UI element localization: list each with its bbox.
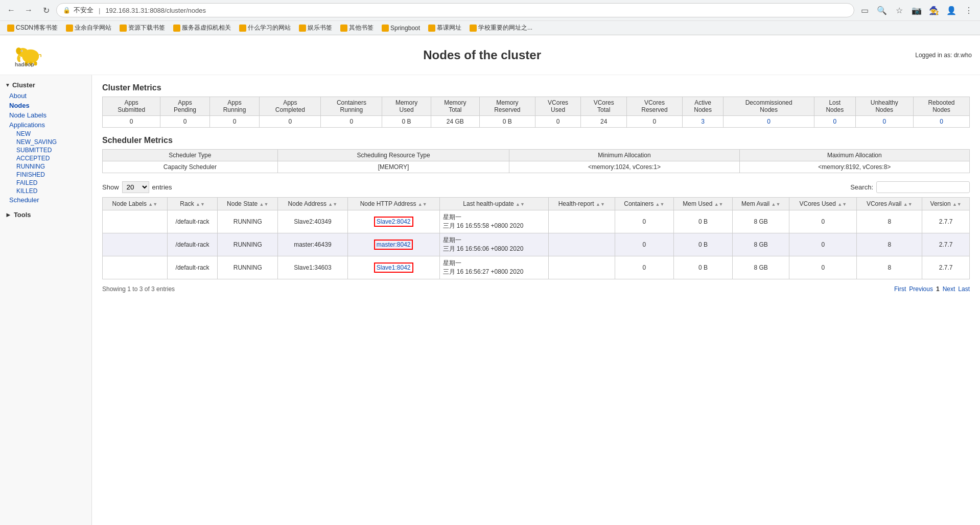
sidebar-cluster-label: Cluster	[12, 81, 35, 89]
cell-address: master:46439	[278, 233, 348, 256]
val-lost-nodes[interactable]: 0	[814, 116, 855, 128]
pagination-last[interactable]: Last	[958, 285, 970, 293]
extension-button[interactable]: 🧙	[927, 3, 941, 17]
zoom-button[interactable]: 🔍	[875, 3, 889, 17]
cast-button[interactable]: ▭	[857, 3, 872, 17]
th-node-labels[interactable]: Node Labels ▲▼	[103, 198, 168, 210]
logged-in-info: Logged in as: dr.who	[915, 52, 972, 59]
sort-icon-node-labels: ▲▼	[148, 202, 157, 207]
sidebar-item-finished[interactable]: FINISHED	[14, 171, 91, 179]
cell-address: Slave2:40349	[278, 210, 348, 233]
screenshot-button[interactable]: 📷	[909, 3, 924, 17]
th-vcores-used[interactable]: VCores Used ▲▼	[789, 198, 857, 210]
page-title: Nodes of the cluster	[423, 48, 541, 62]
http-address-link[interactable]: master:8042	[374, 240, 413, 250]
bookmark-springboot[interactable]: Springboot	[379, 23, 423, 33]
sidebar-item-killed[interactable]: KILLED	[14, 187, 91, 195]
th-mem-avail[interactable]: Mem Avail ▲▼	[732, 198, 789, 210]
val-unhealthy-nodes[interactable]: 0	[855, 116, 913, 128]
bookmark-study[interactable]: 业余自学网站	[63, 22, 114, 33]
sidebar-item-applications[interactable]: Applications	[0, 120, 91, 130]
bookmark-csdn[interactable]: CSDN博客书签	[4, 22, 61, 33]
bookmark-resources[interactable]: 资源下载书签	[116, 22, 168, 33]
cell-state: RUNNING	[218, 233, 278, 256]
bookmark-server[interactable]: 服务器虚拟机相关	[170, 22, 234, 33]
http-address-link[interactable]: Slave2:8042	[374, 217, 413, 227]
th-node-address[interactable]: Node Address ▲▼	[278, 198, 348, 210]
logo-area: hadoop	[8, 37, 49, 73]
cell-health-report	[548, 210, 615, 233]
th-node-state[interactable]: Node State ▲▼	[218, 198, 278, 210]
sidebar-item-about[interactable]: About	[0, 91, 91, 101]
val-rebooted-nodes[interactable]: 0	[913, 116, 969, 128]
cell-http-address[interactable]: Slave2:8042	[347, 210, 439, 233]
bookmark-button[interactable]: ☆	[892, 3, 906, 17]
pagination-next[interactable]: Next	[943, 285, 955, 293]
col-memory-reserved: MemoryReserved	[479, 97, 535, 116]
bookmark-other[interactable]: 其他书签	[337, 22, 377, 33]
forward-button[interactable]: →	[21, 3, 36, 17]
main-content: Cluster Metrics AppsSubmitted AppsPendin…	[92, 75, 980, 525]
url-text: 192.168.31.31:8088/cluster/nodes	[105, 7, 848, 14]
val-apps-pending: 0	[160, 116, 209, 128]
table-row: /default-rack RUNNING master:46439 maste…	[103, 233, 970, 256]
th-rack[interactable]: Rack ▲▼	[167, 198, 218, 210]
bookmark-entertainment[interactable]: 娱乐书签	[296, 22, 335, 33]
http-address-link[interactable]: Slave1:8042	[374, 262, 413, 273]
val-scheduler-type: Capacity Scheduler	[103, 161, 278, 173]
profile-button[interactable]: 👤	[944, 3, 959, 17]
entries-select[interactable]: 20 10 50 100	[122, 181, 149, 193]
address-bar[interactable]: 🔒 不安全 | 192.168.31.31:8088/cluster/nodes	[56, 3, 854, 17]
sidebar-item-submitted[interactable]: SUBMITTED	[14, 146, 91, 154]
th-vcores-avail[interactable]: VCores Avail ▲▼	[857, 198, 922, 210]
th-health-report[interactable]: Health-report ▲▼	[548, 198, 615, 210]
nodes-table: Node Labels ▲▼ Rack ▲▼ Node State ▲▼ Nod…	[102, 197, 970, 279]
sidebar-item-failed[interactable]: FAILED	[14, 179, 91, 187]
bookmark-icon-5	[239, 25, 246, 32]
col-apps-completed: AppsCompleted	[260, 97, 321, 116]
th-node-http-address[interactable]: Node HTTP Address ▲▼	[347, 198, 439, 210]
show-label: Show	[102, 183, 119, 191]
th-mem-used[interactable]: Mem Used ▲▼	[673, 198, 732, 210]
back-button[interactable]: ←	[4, 3, 18, 17]
sort-icon-vcores-avail: ▲▼	[903, 202, 913, 207]
sidebar-item-node-labels[interactable]: Node Labels	[0, 110, 91, 120]
cell-version: 2.7.7	[922, 256, 970, 279]
col-active-nodes: ActiveNodes	[682, 97, 724, 116]
search-input[interactable]	[876, 181, 970, 193]
lock-icon: 🔒	[63, 7, 71, 14]
bookmark-mooc[interactable]: 慕课网址	[425, 22, 464, 33]
val-decommissioned-nodes[interactable]: 0	[724, 116, 814, 128]
sidebar-cluster-header[interactable]: ▼ Cluster	[0, 79, 91, 91]
sidebar-item-running[interactable]: RUNNING	[14, 162, 91, 171]
col-lost-nodes: LostNodes	[814, 97, 855, 116]
col-vcores-total: VCoresTotal	[581, 97, 627, 116]
th-version[interactable]: Version ▲▼	[922, 198, 970, 210]
pagination-first[interactable]: First	[894, 285, 906, 293]
sidebar-tools: ► Tools	[0, 209, 91, 221]
refresh-button[interactable]: ↻	[39, 3, 53, 17]
bookmark-learn[interactable]: 什么学习的网站	[236, 22, 294, 33]
search-box: Search:	[850, 181, 970, 193]
sidebar-tools-header[interactable]: ► Tools	[0, 209, 91, 221]
sidebar-item-new[interactable]: NEW	[14, 130, 91, 138]
bookmark-school[interactable]: 学校重要的网址之...	[466, 22, 535, 33]
col-minimum-allocation: Minimum Allocation	[509, 150, 739, 161]
val-active-nodes[interactable]: 3	[682, 116, 724, 128]
sidebar-item-accepted[interactable]: ACCEPTED	[14, 154, 91, 162]
cell-version: 2.7.7	[922, 233, 970, 256]
val-memory-reserved: 0 B	[479, 116, 535, 128]
col-apps-pending: AppsPending	[160, 97, 209, 116]
sidebar-item-nodes[interactable]: Nodes	[0, 101, 91, 110]
sort-icon-vcores-used: ▲▼	[837, 202, 847, 207]
th-containers[interactable]: Containers ▲▼	[615, 198, 673, 210]
pagination-previous[interactable]: Previous	[909, 285, 933, 293]
sidebar-item-new-saving[interactable]: NEW_SAVING	[14, 138, 91, 146]
search-label: Search:	[850, 183, 873, 191]
scheduler-metrics-title: Scheduler Metrics	[102, 136, 970, 145]
cell-http-address[interactable]: Slave1:8042	[347, 256, 439, 279]
th-last-health-update[interactable]: Last health-update ▲▼	[439, 198, 548, 210]
menu-button[interactable]: ⋮	[962, 3, 976, 17]
cell-http-address[interactable]: master:8042	[347, 233, 439, 256]
sidebar-item-scheduler[interactable]: Scheduler	[0, 195, 91, 205]
